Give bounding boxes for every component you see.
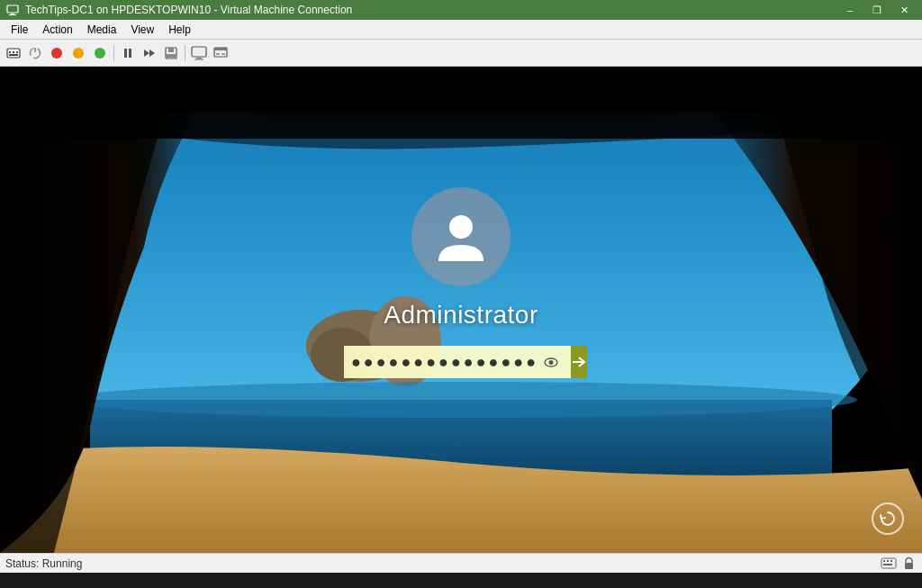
svg-rect-19 bbox=[167, 54, 176, 58]
bottom-right-controls bbox=[872, 502, 904, 535]
power-button[interactable] bbox=[25, 43, 45, 63]
svg-marker-16 bbox=[149, 50, 155, 57]
toolbar bbox=[0, 40, 922, 67]
svg-rect-41 bbox=[887, 560, 889, 562]
window-title: TechTips-DC1 on HPDESKTOPWIN10 - Virtual… bbox=[25, 4, 352, 16]
svg-rect-40 bbox=[883, 560, 885, 562]
svg-rect-26 bbox=[221, 53, 225, 55]
svg-rect-5 bbox=[13, 51, 14, 53]
svg-point-10 bbox=[51, 48, 62, 59]
svg-rect-7 bbox=[9, 54, 18, 56]
svg-rect-24 bbox=[214, 48, 227, 50]
svg-rect-13 bbox=[124, 49, 127, 58]
password-row: ●●●●●●●●●●●●●●● bbox=[344, 346, 578, 378]
restore-button[interactable]: ❐ bbox=[864, 2, 890, 18]
ff-button[interactable] bbox=[140, 43, 159, 63]
play-button[interactable] bbox=[90, 43, 110, 63]
keyboard-status-icon bbox=[881, 556, 897, 571]
svg-rect-42 bbox=[890, 560, 892, 562]
svg-rect-39 bbox=[881, 558, 896, 568]
svg-point-37 bbox=[549, 360, 554, 365]
svg-marker-15 bbox=[144, 50, 149, 57]
close-button[interactable]: ✕ bbox=[891, 2, 917, 18]
menu-action[interactable]: Action bbox=[35, 22, 79, 38]
toolbar-sep-1 bbox=[113, 45, 114, 61]
svg-rect-43 bbox=[883, 564, 892, 565]
lock-status-icon bbox=[900, 556, 917, 571]
toolbar-sep-2 bbox=[185, 45, 185, 61]
title-bar-left: TechTips-DC1 on HPDESKTOPWIN10 - Virtual… bbox=[5, 3, 352, 17]
pause2-button[interactable] bbox=[118, 43, 138, 63]
svg-rect-0 bbox=[7, 5, 18, 13]
svg-point-35 bbox=[449, 215, 473, 239]
menu-help[interactable]: Help bbox=[161, 22, 198, 38]
user-avatar bbox=[411, 187, 511, 286]
menu-bar: File Action Media View Help bbox=[0, 20, 922, 40]
save-button[interactable] bbox=[161, 43, 181, 63]
menu-media[interactable]: Media bbox=[80, 22, 124, 38]
reset-button[interactable] bbox=[47, 43, 67, 63]
minimize-button[interactable]: – bbox=[837, 2, 863, 18]
settings-button[interactable] bbox=[211, 43, 230, 63]
username-label: Administrator bbox=[384, 301, 538, 330]
monitor-button[interactable] bbox=[189, 43, 209, 63]
svg-point-11 bbox=[73, 48, 84, 59]
menu-view[interactable]: View bbox=[123, 22, 161, 38]
title-bar: TechTips-DC1 on HPDESKTOPWIN10 - Virtual… bbox=[0, 0, 922, 20]
password-field[interactable]: ●●●●●●●●●●●●●●● bbox=[344, 346, 571, 378]
submit-password-button[interactable] bbox=[571, 346, 587, 378]
svg-rect-44 bbox=[905, 563, 913, 569]
svg-rect-4 bbox=[9, 51, 11, 53]
pause-button[interactable] bbox=[68, 43, 88, 63]
svg-rect-6 bbox=[16, 51, 18, 53]
svg-rect-18 bbox=[168, 48, 174, 52]
vm-screen[interactable]: Administrator ●●●●●●●●●●●●●●● bbox=[0, 67, 922, 553]
svg-rect-21 bbox=[196, 58, 202, 59]
svg-rect-14 bbox=[129, 49, 131, 58]
lock-screen: Administrator ●●●●●●●●●●●●●●● bbox=[0, 67, 922, 553]
password-dots[interactable]: ●●●●●●●●●●●●●●● bbox=[351, 353, 538, 372]
status-bar: Status: Running bbox=[0, 553, 922, 573]
status-text: Status: Running bbox=[5, 557, 82, 570]
avatar-icon bbox=[429, 205, 493, 268]
menu-file[interactable]: File bbox=[4, 22, 35, 38]
status-right bbox=[881, 556, 917, 571]
svg-point-12 bbox=[95, 48, 105, 59]
rotate-button[interactable] bbox=[872, 502, 904, 535]
svg-rect-20 bbox=[192, 47, 206, 57]
reveal-password-button[interactable] bbox=[538, 346, 564, 378]
window-controls: – ❐ ✕ bbox=[837, 2, 917, 18]
vm-icon bbox=[5, 3, 20, 17]
svg-rect-25 bbox=[216, 53, 220, 55]
ctrl-alt-del-button[interactable] bbox=[4, 43, 23, 63]
